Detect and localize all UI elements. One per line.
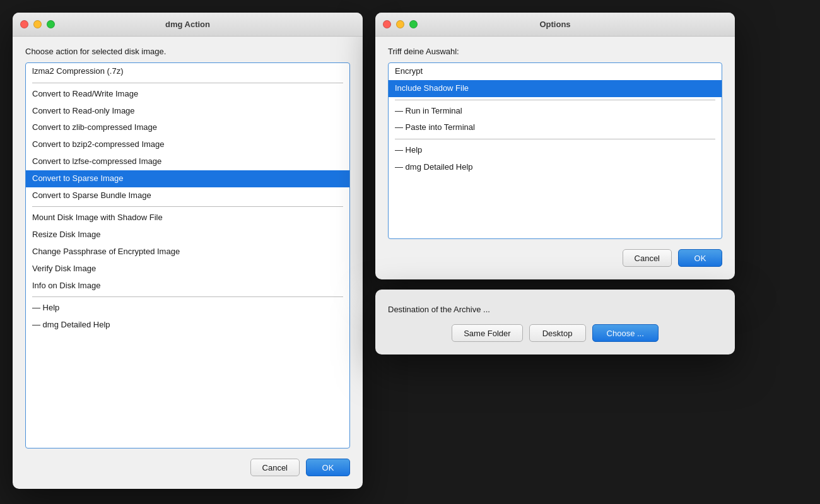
list-item-dmg-help-right[interactable]: — dmg Detailed Help [389,159,722,176]
list-item-convert-rw[interactable]: Convert to Read/Write Image [26,86,349,103]
traffic-lights-left [20,20,55,28]
list-item-change-passphrase[interactable]: Change Passphrase of Encrypted Image [26,243,349,261]
action-list-box[interactable]: lzma2 Compression (.7z) Convert to Read/… [25,62,350,448]
window-title-right: Options [539,20,570,29]
window-title-left: dmg Action [165,20,210,29]
list-item-info[interactable]: Info on Disk Image [26,278,349,295]
list-item-convert-sparse[interactable]: Convert to Sparse Image [26,170,349,187]
list-item-help-left[interactable]: — Help [26,300,349,317]
list-item-lzma2[interactable]: lzma2 Compression (.7z) [26,63,349,80]
list-item-resize[interactable]: Resize Disk Image [26,226,349,243]
title-bar-left: dmg Action [13,13,363,37]
list-item-convert-zlib[interactable]: Convert to zlib-compressed Image [26,119,349,136]
cancel-button-right[interactable]: Cancel [623,249,672,267]
window-content-left: Choose action for selected disk image. l… [13,37,363,489]
traffic-lights-right [383,20,418,28]
close-button-right[interactable] [383,20,391,28]
list-item-encrypt[interactable]: Encrypt [389,63,722,80]
list-item-dmg-help-left[interactable]: — dmg Detailed Help [26,317,349,334]
maximize-button-right[interactable] [409,20,418,28]
minimize-button-left[interactable] [33,20,42,28]
separator-3-left [32,296,343,297]
close-button-left[interactable] [20,20,28,28]
ok-button-right[interactable]: OK [678,249,722,267]
list-item-convert-bzip2[interactable]: Convert to bzip2-compressed Image [26,136,349,153]
separator-2-left [32,206,343,207]
title-bar-right: Options [375,13,735,37]
destination-dialog: Destination of the Archive ... Same Fold… [375,290,735,355]
destination-buttons: Same Folder Desktop Choose ... [388,324,722,342]
list-item-mount-shadow[interactable]: Mount Disk Image with Shadow File [26,209,349,226]
list-item-run-terminal[interactable]: — Run in Terminal [389,103,722,120]
separator-1-right [395,100,715,100]
desktop-button[interactable]: Desktop [529,324,586,342]
list-item-help-right[interactable]: — Help [389,142,722,159]
options-list-box[interactable]: Encrypt Include Shadow File — Run in Ter… [388,62,722,239]
list-item-convert-lzfse[interactable]: Convert to lzfse-compressed Image [26,153,349,170]
list-item-convert-ro[interactable]: Convert to Read-only Image [26,103,349,120]
minimize-button-right[interactable] [396,20,404,28]
right-column: Options Triff deine Auswahl: Encrypt Inc… [375,13,735,355]
dmg-action-window: dmg Action Choose action for selected di… [13,13,363,489]
list-item-verify[interactable]: Verify Disk Image [26,261,349,278]
button-row-left: Cancel OK [25,459,350,476]
ok-button-left[interactable]: OK [306,459,350,476]
choose-button[interactable]: Choose ... [592,324,659,342]
separator-1-left [32,83,343,83]
destination-label: Destination of the Archive ... [388,305,722,314]
button-row-right: Cancel OK [388,249,722,267]
list-item-convert-sparse-bundle[interactable]: Convert to Sparse Bundle Image [26,187,349,204]
same-folder-button[interactable]: Same Folder [452,324,522,342]
maximize-button-left[interactable] [47,20,55,28]
cancel-button-left[interactable]: Cancel [250,459,300,476]
list-item-paste-terminal[interactable]: — Paste into Terminal [389,119,722,136]
options-window: Options Triff deine Auswahl: Encrypt Inc… [375,13,735,279]
separator-2-right [395,139,715,139]
instruction-label-right: Triff deine Auswahl: [388,47,722,56]
list-item-include-shadow[interactable]: Include Shadow File [389,80,722,97]
instruction-label-left: Choose action for selected disk image. [25,47,350,56]
window-content-right: Triff deine Auswahl: Encrypt Include Sha… [375,37,735,279]
